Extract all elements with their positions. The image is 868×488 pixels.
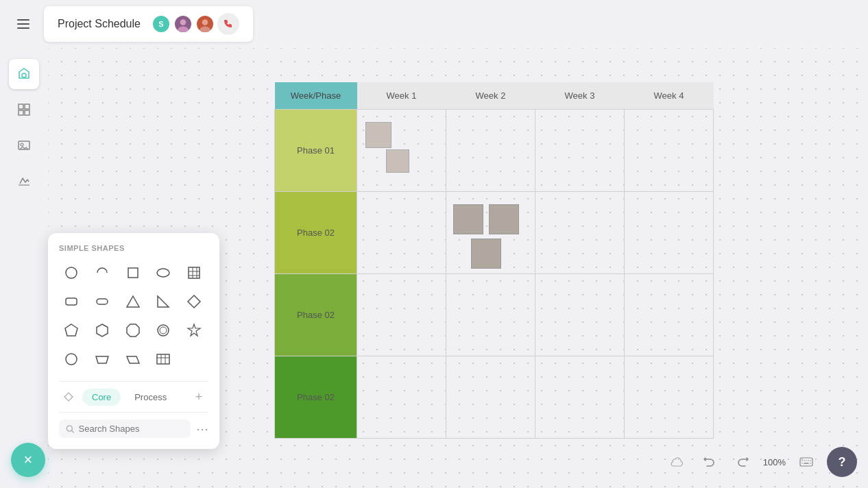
shape-table[interactable] <box>151 347 176 371</box>
svg-rect-6 <box>25 104 29 109</box>
svg-point-0 <box>180 19 186 25</box>
add-tab-button[interactable]: + <box>189 387 208 406</box>
tab-process[interactable]: Process <box>125 389 176 406</box>
phase-label: Phase 02 <box>275 274 357 356</box>
week3-phase3-cell <box>535 274 625 356</box>
svg-point-3 <box>200 26 210 33</box>
svg-point-24 <box>158 325 169 336</box>
week4-phase3-cell <box>625 274 714 356</box>
week3-phase4-cell <box>535 356 625 439</box>
bottom-bar: 100% ? <box>664 447 857 477</box>
tab-core[interactable]: Core <box>82 389 121 406</box>
shape-diamond[interactable] <box>182 289 206 314</box>
week4-phase1-cell <box>625 110 714 192</box>
week4-phase4-cell <box>625 356 714 439</box>
svg-point-25 <box>160 327 167 334</box>
undo-icon[interactable] <box>697 450 722 474</box>
shape-parallelogram[interactable] <box>121 347 145 371</box>
week2-phase3-cell <box>446 274 535 356</box>
shape-octagon[interactable] <box>121 318 145 343</box>
svg-rect-19 <box>66 298 77 305</box>
shape-item[interactable] <box>365 122 391 148</box>
shape-ring[interactable] <box>151 318 176 343</box>
svg-line-33 <box>71 430 73 432</box>
svg-point-10 <box>21 143 23 146</box>
svg-rect-14 <box>189 267 200 278</box>
shape-item[interactable] <box>489 204 519 234</box>
shape-star[interactable] <box>182 318 206 343</box>
svg-point-13 <box>157 269 169 277</box>
week1-phase4-cell <box>357 356 446 439</box>
search-input[interactable] <box>79 424 184 434</box>
fab-label: × <box>24 451 33 469</box>
shape-arc[interactable] <box>90 260 114 285</box>
shape-pentagon[interactable] <box>59 318 84 343</box>
sidebar-drawing-icon[interactable] <box>9 166 39 196</box>
svg-point-1 <box>178 26 188 33</box>
cloud-sync-icon[interactable] <box>664 450 689 474</box>
week2-phase4-cell <box>446 356 535 439</box>
table-header-week2: Week 2 <box>446 82 535 110</box>
table-header-week-phase: Week/Phase <box>275 82 357 110</box>
avatar <box>173 14 193 34</box>
svg-marker-21 <box>65 324 77 336</box>
sidebar-frame-icon[interactable] <box>9 95 39 125</box>
table-header-week1: Week 1 <box>357 82 446 110</box>
svg-marker-26 <box>188 324 200 336</box>
svg-rect-12 <box>128 268 138 278</box>
title-bar: Project Schedule S <box>44 6 253 42</box>
project-title: Project Schedule <box>58 18 141 30</box>
left-sidebar <box>0 48 48 488</box>
call-button[interactable] <box>217 13 239 35</box>
table-row: Phase 02 <box>275 356 714 439</box>
avatar-group: S <box>152 13 239 35</box>
svg-rect-7 <box>19 110 23 115</box>
shapes-section-title: SIMPLE SHAPES <box>59 244 208 252</box>
menu-button[interactable] <box>11 12 36 36</box>
zoom-level: 100% <box>763 457 786 467</box>
svg-rect-5 <box>19 104 23 109</box>
shape-empty <box>182 347 206 371</box>
svg-rect-20 <box>97 299 108 304</box>
svg-point-11 <box>66 267 77 278</box>
shape-circle[interactable] <box>59 260 84 285</box>
fab-button[interactable]: × <box>11 443 45 477</box>
shape-item[interactable] <box>386 149 409 173</box>
shape-hexagon[interactable] <box>90 318 114 343</box>
svg-point-27 <box>66 354 77 365</box>
week1-phase1-cell <box>357 110 446 192</box>
shape-ellipse[interactable] <box>151 260 176 285</box>
shape-circle-sm[interactable] <box>59 347 84 371</box>
redo-icon[interactable] <box>730 450 755 474</box>
shape-item[interactable] <box>471 239 501 269</box>
phase-label: Phase 02 <box>275 192 357 274</box>
shape-item[interactable] <box>453 204 483 234</box>
shape-right-triangle[interactable] <box>151 289 176 314</box>
sidebar-image-icon[interactable] <box>9 130 39 160</box>
header: Project Schedule S <box>0 0 868 48</box>
svg-rect-28 <box>157 354 169 364</box>
keyboard-icon[interactable] <box>794 450 819 474</box>
table-header-week4: Week 4 <box>625 82 714 110</box>
shape-pill[interactable] <box>90 289 114 314</box>
shapes-tab-icon[interactable] <box>59 387 78 406</box>
shapes-panel: SIMPLE SHAPES <box>48 233 219 449</box>
shape-grid[interactable] <box>182 260 206 285</box>
svg-point-4 <box>22 73 26 77</box>
week4-phase2-cell <box>625 192 714 274</box>
sidebar-shapes-icon[interactable] <box>9 59 39 89</box>
shapes-grid <box>59 260 208 371</box>
svg-marker-22 <box>97 324 108 337</box>
table-row: Phase 02 <box>275 274 714 356</box>
shape-trapezoid[interactable] <box>90 347 114 371</box>
shape-triangle[interactable] <box>121 289 145 314</box>
shape-rounded-rect[interactable] <box>59 289 84 314</box>
table-header-week3: Week 3 <box>535 82 625 110</box>
help-button[interactable]: ? <box>827 447 857 477</box>
svg-rect-34 <box>800 458 812 466</box>
search-more-button[interactable]: ⋯ <box>196 423 208 435</box>
shape-square[interactable] <box>121 260 145 285</box>
svg-rect-8 <box>25 110 29 115</box>
week3-phase2-cell <box>535 192 625 274</box>
avatar: S <box>152 14 171 34</box>
